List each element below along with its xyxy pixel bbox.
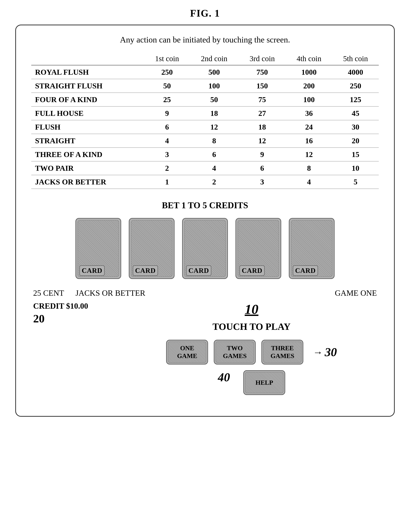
col-4th: 4th coin	[286, 52, 332, 65]
coin-1: 4	[144, 134, 190, 148]
table-row: STRAIGHT48121620	[31, 134, 379, 148]
coin-2: 2	[190, 175, 239, 189]
col-hand	[31, 52, 144, 65]
coin-3: 6	[238, 162, 286, 175]
coin-5: 5	[332, 175, 379, 189]
help-button[interactable]: HELP	[243, 370, 285, 395]
coin-2: 500	[190, 65, 239, 79]
coin-5: 10	[332, 162, 379, 175]
coin-3: 18	[238, 120, 286, 134]
coin-4: 24	[286, 120, 332, 134]
coin-1: 9	[144, 106, 190, 120]
coin-3: 12	[238, 134, 286, 148]
coin-4: 12	[286, 148, 332, 162]
denomination: 25 CENT	[33, 288, 64, 298]
hand-name: TWO PAIR	[31, 162, 144, 175]
card-3-label: CARD	[186, 266, 211, 276]
annotation-40: 40	[218, 370, 230, 384]
coin-2: 100	[190, 79, 239, 93]
credit-section: CREDIT $10.00 20	[33, 301, 88, 325]
annotation-30: 30	[325, 345, 337, 359]
hand-name: ROYAL FLUSH	[31, 65, 144, 79]
info-row: 25 CENT JACKS OR BETTER GAME ONE	[31, 288, 379, 298]
table-row: FOUR OF A KIND255075100125	[31, 93, 379, 106]
credit-label: CREDIT $10.00	[33, 301, 88, 311]
game-type: JACKS OR BETTER	[76, 288, 145, 298]
instruction-text: Any action can be initiated by touching …	[31, 35, 379, 45]
coin-2: 12	[190, 120, 239, 134]
coin-5: 20	[332, 134, 379, 148]
coin-1: 50	[144, 79, 190, 93]
table-row: FULL HOUSE918273645	[31, 106, 379, 120]
one-game-label: ONEGAME	[177, 344, 197, 360]
coin-4: 200	[286, 79, 332, 93]
coin-2: 6	[190, 148, 239, 162]
coin-3: 9	[238, 148, 286, 162]
card-5-label: CARD	[293, 266, 318, 276]
credit-value: 20	[33, 312, 88, 325]
game-number: GAME ONE	[335, 288, 377, 298]
help-label: HELP	[256, 379, 273, 386]
bet-number: 10	[245, 301, 258, 317]
three-games-label: THREEGAMES	[271, 344, 294, 360]
coin-1: 2	[144, 162, 190, 175]
game-buttons-row: ONEGAME TWOGAMES THREEGAMES → 30	[126, 340, 377, 364]
fig-title: FIG. 1	[190, 8, 220, 19]
help-row: 40 HELP	[126, 370, 377, 395]
coin-4: 4	[286, 175, 332, 189]
card-5[interactable]: CARD	[289, 218, 334, 279]
coin-2: 8	[190, 134, 239, 148]
coin-2: 4	[190, 162, 239, 175]
card-4-label: CARD	[239, 266, 265, 276]
coin-5: 30	[332, 120, 379, 134]
hand-name: STRAIGHT FLUSH	[31, 79, 144, 93]
coin-5: 15	[332, 148, 379, 162]
col-2nd: 2nd coin	[190, 52, 239, 65]
card-1-label: CARD	[79, 266, 105, 276]
payout-table: 1st coin 2nd coin 3rd coin 4th coin 5th …	[31, 52, 379, 189]
table-row: ROYAL FLUSH25050075010004000	[31, 65, 379, 79]
hand-name: JACKS OR BETTER	[31, 175, 144, 189]
coin-3: 150	[238, 79, 286, 93]
card-1[interactable]: CARD	[76, 218, 121, 279]
coin-1: 250	[144, 65, 190, 79]
touch-to-play: TOUCH TO PLAY	[213, 321, 291, 332]
three-games-button[interactable]: THREEGAMES	[261, 340, 303, 364]
table-row: JACKS OR BETTER12345	[31, 175, 379, 189]
coin-1: 1	[144, 175, 190, 189]
card-3[interactable]: CARD	[182, 218, 228, 279]
col-5th: 5th coin	[332, 52, 379, 65]
center-section: 10 TOUCH TO PLAY ONEGAME TWOGAMES THREEG…	[126, 301, 377, 399]
table-row: TWO PAIR246810	[31, 162, 379, 175]
hand-name: FULL HOUSE	[31, 106, 144, 120]
table-row: FLUSH612182430	[31, 120, 379, 134]
coin-1: 6	[144, 120, 190, 134]
two-games-button[interactable]: TWOGAMES	[214, 340, 256, 364]
col-3rd: 3rd coin	[238, 52, 286, 65]
coin-4: 100	[286, 93, 332, 106]
coin-4: 36	[286, 106, 332, 120]
card-4[interactable]: CARD	[236, 218, 281, 279]
annotation-arrow-30: →	[313, 347, 323, 358]
table-row: STRAIGHT FLUSH50100150200250	[31, 79, 379, 93]
coin-3: 75	[238, 93, 286, 106]
hand-name: STRAIGHT	[31, 134, 144, 148]
two-games-label: TWOGAMES	[223, 344, 247, 360]
hand-name: FLUSH	[31, 120, 144, 134]
hand-name: THREE OF A KIND	[31, 148, 144, 162]
card-2[interactable]: CARD	[129, 218, 174, 279]
coin-4: 16	[286, 134, 332, 148]
one-game-button[interactable]: ONEGAME	[166, 340, 208, 364]
coin-2: 50	[190, 93, 239, 106]
coin-5: 4000	[332, 65, 379, 79]
coin-2: 18	[190, 106, 239, 120]
bet-label: BET 1 TO 5 CREDITS	[31, 200, 379, 210]
coin-4: 8	[286, 162, 332, 175]
coin-4: 1000	[286, 65, 332, 79]
coin-1: 3	[144, 148, 190, 162]
col-1st: 1st coin	[144, 52, 190, 65]
main-box: Any action can be initiated by touching …	[15, 25, 395, 417]
info-left: 25 CENT JACKS OR BETTER	[33, 288, 145, 298]
coin-5: 45	[332, 106, 379, 120]
cards-row: CARDCARDCARDCARDCARD	[31, 218, 379, 279]
